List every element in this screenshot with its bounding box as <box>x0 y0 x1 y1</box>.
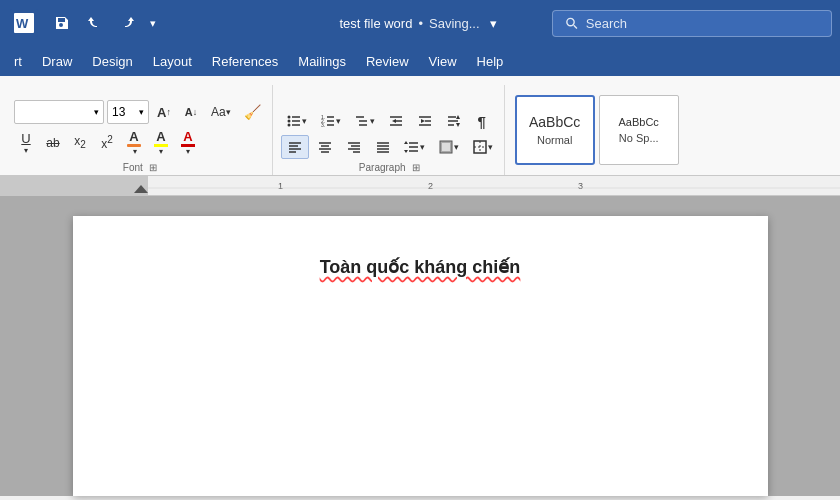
title-bar-left: W ▾ <box>8 7 339 39</box>
menu-bar: rt Draw Design Layout References Mailing… <box>0 46 840 76</box>
change-case-button[interactable]: Aa▾ <box>206 100 236 124</box>
menu-item-references[interactable]: References <box>202 50 288 73</box>
bullets-button[interactable]: ▾ <box>281 109 312 133</box>
svg-point-9 <box>287 124 290 127</box>
sort-button[interactable] <box>441 109 467 133</box>
ribbon-content: ▾ 13 ▾ A↑ A↓ Aa▾ 🧹 U <box>8 85 832 175</box>
svg-marker-52 <box>404 141 408 144</box>
shading-icon <box>438 139 454 155</box>
search-bar[interactable] <box>552 10 832 37</box>
title-bar: W ▾ test file word • Saving... ▾ <box>0 0 840 46</box>
svg-marker-21 <box>392 119 396 123</box>
svg-text:W: W <box>16 16 29 31</box>
font-family-selector[interactable]: ▾ <box>14 100 104 124</box>
font-size-selector[interactable]: 13 ▾ <box>107 100 149 124</box>
align-center-icon <box>317 139 333 155</box>
decrease-indent-button[interactable] <box>383 109 409 133</box>
style-nospace-label: No Sp... <box>619 132 659 144</box>
shrink-font-button[interactable]: A↓ <box>179 100 203 124</box>
svg-marker-25 <box>421 119 425 123</box>
svg-marker-32 <box>456 123 460 127</box>
paragraph-group-label: Paragraph ⊞ <box>281 159 498 175</box>
font-group-expand-icon[interactable]: ⊞ <box>149 162 157 173</box>
increase-indent-icon <box>417 113 433 129</box>
svg-marker-53 <box>404 150 408 153</box>
font-family-dropdown-arrow: ▾ <box>94 107 99 117</box>
line-spacing-button[interactable]: ▾ <box>399 135 430 159</box>
font-row2: U ▾ ab x2 x2 A ▾ A <box>14 126 200 159</box>
numbering-icon: 1.2.3. <box>320 113 336 129</box>
superscript-button[interactable]: x2 <box>95 131 119 155</box>
font-group-label: Font ⊞ <box>14 159 266 175</box>
ribbon: ▾ 13 ▾ A↑ A↓ Aa▾ 🧹 U <box>0 76 840 176</box>
menu-item-layout[interactable]: Layout <box>143 50 202 73</box>
numbering-button[interactable]: 1.2.3. ▾ <box>315 109 346 133</box>
font-color-red-button[interactable]: A ▾ <box>176 126 200 159</box>
paragraph-row2: ▾ ▾ ▾ <box>281 135 498 159</box>
subscript-button[interactable]: x2 <box>68 131 92 155</box>
title-center: test file word • Saving... ▾ <box>339 14 500 33</box>
menu-item-review[interactable]: Review <box>356 50 419 73</box>
svg-text:3.: 3. <box>321 122 325 128</box>
document-page: Toàn quốc kháng chiến <box>73 216 768 496</box>
ruler-margin-left <box>0 176 148 195</box>
show-para-marks-button[interactable]: ¶ <box>470 109 494 133</box>
sort-icon <box>446 113 462 129</box>
align-center-button[interactable] <box>312 135 338 159</box>
bullets-icon <box>286 113 302 129</box>
increase-indent-button[interactable] <box>412 109 438 133</box>
menu-item-draw[interactable]: Draw <box>32 50 82 73</box>
borders-icon <box>472 139 488 155</box>
justify-button[interactable] <box>370 135 396 159</box>
svg-point-7 <box>287 120 290 123</box>
style-nospace-item[interactable]: AaBbCc No Sp... <box>599 95 679 165</box>
underline-dropdown: ▾ <box>24 146 28 155</box>
shading-button[interactable]: ▾ <box>433 135 464 159</box>
font-color-button[interactable]: A ▾ <box>122 126 146 159</box>
title-dropdown-button[interactable]: ▾ <box>486 14 501 33</box>
borders-button[interactable]: ▾ <box>467 135 498 159</box>
menu-item-help[interactable]: Help <box>467 50 514 73</box>
multilevel-icon <box>354 113 370 129</box>
menu-item-mailings[interactable]: Mailings <box>288 50 356 73</box>
font-size-dropdown-arrow: ▾ <box>139 107 144 117</box>
font-size-value: 13 <box>112 105 125 119</box>
ruler-ticks: /* ticks rendered via JS below */ <box>148 176 840 195</box>
redo-button[interactable] <box>112 11 140 35</box>
justify-icon <box>375 139 391 155</box>
undo-button[interactable] <box>80 11 108 35</box>
paragraph-group-expand-icon[interactable]: ⊞ <box>412 162 420 173</box>
svg-line-4 <box>574 25 577 28</box>
svg-point-5 <box>287 116 290 119</box>
style-normal-item[interactable]: AaBbCc Normal <box>515 95 595 165</box>
menu-item-design[interactable]: Design <box>82 50 142 73</box>
multilevel-list-button[interactable]: ▾ <box>349 109 380 133</box>
font-row1: ▾ 13 ▾ A↑ A↓ Aa▾ 🧹 <box>14 100 266 124</box>
search-input[interactable] <box>586 16 819 31</box>
document-area[interactable]: Toàn quốc kháng chiến <box>0 196 840 496</box>
paragraph-group: ▾ 1.2.3. ▾ ▾ ¶ <box>275 85 505 175</box>
strikethrough-button[interactable]: ab <box>41 131 65 155</box>
save-button[interactable] <box>48 11 76 35</box>
saving-status: • <box>418 16 423 31</box>
align-right-button[interactable] <box>341 135 367 159</box>
underline-button[interactable]: U ▾ <box>14 128 38 158</box>
ruler-content-area: 1 2 3 /* ticks rendered via JS below */ <box>148 176 840 195</box>
highlight-color-button[interactable]: A ▾ <box>149 126 173 159</box>
ruler-indent-marker[interactable] <box>134 185 148 193</box>
decrease-indent-icon <box>388 113 404 129</box>
menu-item-rt[interactable]: rt <box>4 50 32 73</box>
align-left-button[interactable] <box>281 135 309 159</box>
style-nospace-preview: AaBbCc <box>619 116 659 128</box>
svg-point-3 <box>567 18 574 25</box>
line-spacing-icon <box>404 139 420 155</box>
grow-font-button[interactable]: A↑ <box>152 100 176 124</box>
search-icon <box>565 16 578 30</box>
saving-status-text: Saving... <box>429 16 480 31</box>
customize-qat-button[interactable]: ▾ <box>144 13 162 34</box>
document-body-text[interactable]: Toàn quốc kháng chiến <box>153 256 688 278</box>
svg-marker-31 <box>456 115 460 119</box>
menu-item-view[interactable]: View <box>419 50 467 73</box>
clear-formatting-button[interactable]: 🧹 <box>239 100 266 124</box>
align-right-icon <box>346 139 362 155</box>
